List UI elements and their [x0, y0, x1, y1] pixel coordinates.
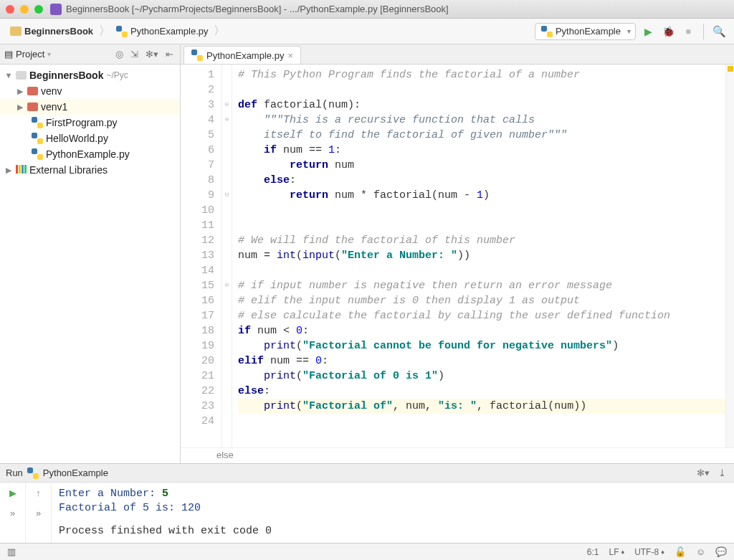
pycharm-icon	[50, 4, 62, 15]
chevron-right-icon[interactable]: ▶	[4, 166, 13, 175]
error-stripe[interactable]	[725, 65, 734, 447]
titlebar: BeginnersBook [~/PycharmProjects/Beginne…	[0, 0, 734, 19]
tree-item-label: HelloWorld.py	[46, 133, 108, 144]
tree-external-libraries[interactable]: ▶ External Libraries	[0, 162, 180, 178]
console-output[interactable]: Enter a Number: 5 Factorial of 5 is: 120…	[52, 483, 734, 543]
target-icon[interactable]: ◎	[113, 49, 125, 60]
minimize-icon[interactable]	[20, 5, 29, 14]
stop-icon: ■	[685, 27, 690, 37]
python-icon	[32, 148, 43, 160]
breadcrumb-file-label: PythonExample.py	[130, 26, 208, 37]
close-icon[interactable]	[6, 5, 14, 14]
tree-item-label: External Libraries	[29, 164, 108, 176]
more-button[interactable]: »	[0, 503, 25, 523]
hide-icon[interactable]: ⇤	[163, 49, 176, 60]
chevron-icon: »	[10, 508, 15, 518]
chevron-right-icon[interactable]: ▶	[16, 103, 24, 112]
warning-marker-icon[interactable]	[728, 66, 733, 72]
tree-file-helloworld[interactable]: HelloWorld.py	[0, 130, 180, 146]
search-everywhere-button[interactable]: 🔍	[711, 24, 727, 39]
maximize-icon[interactable]	[34, 5, 43, 14]
rerun-button[interactable]: ▶	[0, 483, 25, 503]
breadcrumb-project-label: BeginnersBook	[24, 26, 93, 37]
events-icon[interactable]: 💬	[715, 546, 727, 557]
breadcrumb-project[interactable]: BeginnersBook	[7, 24, 96, 38]
editor-tabs: PythonExample.py ×	[181, 44, 734, 65]
tree-dir-venv1[interactable]: ▶ venv1	[0, 99, 180, 115]
tree-root-path: ~/Pyc	[106, 70, 128, 80]
file-encoding[interactable]: UTF-8♦	[634, 547, 664, 557]
breadcrumb: BeginnersBook 〉 PythonExample.py 〉	[7, 24, 530, 39]
run-config-selector[interactable]: PythonExample	[535, 23, 636, 40]
line-gutter[interactable]: 123456789101112131415161718192021222324	[181, 65, 222, 447]
tree-root-label: BeginnersBook	[29, 70, 103, 81]
python-icon	[32, 133, 43, 144]
module-icon	[16, 71, 27, 80]
lock-icon[interactable]: 🔓	[675, 546, 686, 557]
run-button[interactable]: ▶	[640, 24, 656, 39]
console-line: Enter a Number: 5	[59, 487, 727, 501]
editor: PythonExample.py × 123456789101112131415…	[181, 44, 734, 463]
run-config-name: PythonExample	[43, 468, 108, 478]
project-tree[interactable]: ▼ BeginnersBook ~/Pyc ▶ venv ▶ venv1 Fir…	[0, 65, 180, 181]
editor-tab-label: PythonExample.py	[206, 50, 284, 61]
tree-item-label: venv1	[41, 101, 67, 113]
tree-item-label: FirstProgram.py	[46, 117, 118, 128]
gear-icon[interactable]: ✻▾	[695, 468, 712, 478]
stop-button[interactable]: ■	[680, 24, 696, 39]
folder-icon	[27, 103, 38, 111]
more-button[interactable]: »	[26, 503, 51, 523]
line-separator[interactable]: LF♦	[609, 547, 625, 557]
debug-button[interactable]: 🐞	[660, 24, 676, 39]
inspector-icon[interactable]: ☺	[696, 546, 705, 557]
tree-item-label: venv	[41, 85, 62, 97]
run-tool-window: Run PythonExample ✻▾ ⤓ ▶ » ↑ » Enter a N…	[0, 463, 734, 543]
play-icon: ▶	[644, 26, 652, 37]
tree-file-pythonexample[interactable]: PythonExample.py	[0, 146, 180, 162]
python-icon	[32, 117, 43, 128]
arrow-up-icon: ↑	[36, 488, 41, 498]
editor-breadcrumb[interactable]: else	[181, 447, 734, 463]
run-config-label: PythonExample	[556, 26, 621, 37]
console-line: Factorial of 5 is: 120	[59, 501, 727, 516]
layout-icon[interactable]: ▥	[7, 546, 16, 557]
window-title: BeginnersBook [~/PycharmProjects/Beginne…	[66, 4, 449, 14]
editor-tab-pythonexample[interactable]: PythonExample.py ×	[184, 46, 301, 64]
project-title: Project	[16, 49, 44, 60]
chevron-down-icon[interactable]: ▼	[4, 71, 13, 80]
project-icon: ▤	[4, 49, 13, 60]
tree-dir-venv[interactable]: ▶ venv	[0, 83, 180, 99]
breadcrumb-file[interactable]: PythonExample.py	[113, 24, 211, 39]
separator	[703, 24, 704, 39]
run-toolbar-left2: ↑ »	[26, 483, 52, 543]
collapse-icon[interactable]: ⇲	[128, 49, 140, 60]
up-button[interactable]: ↑	[26, 483, 51, 503]
chevron-right-icon: 〉	[214, 24, 225, 39]
python-icon	[116, 26, 128, 37]
project-tool-window: ▤ Project▾ ◎ ⇲ ✻▾ ⇤ ▼ BeginnersBook ~/Py…	[0, 44, 181, 463]
chevron-right-icon[interactable]: ▶	[16, 87, 24, 96]
folder-icon	[10, 27, 22, 36]
navigation-bar: BeginnersBook 〉 PythonExample.py 〉 Pytho…	[0, 19, 734, 44]
code-editor[interactable]: 123456789101112131415161718192021222324 …	[181, 65, 734, 447]
libraries-icon	[16, 164, 27, 176]
search-icon: 🔍	[712, 25, 726, 38]
folder-icon	[27, 87, 38, 95]
tree-item-label: PythonExample.py	[46, 148, 130, 160]
cursor-position[interactable]: 6:1	[587, 547, 599, 557]
export-icon[interactable]: ⤓	[716, 468, 728, 478]
run-header: Run PythonExample ✻▾ ⤓	[0, 464, 734, 483]
close-icon[interactable]: ×	[287, 50, 293, 61]
python-icon	[27, 468, 39, 479]
run-title: Run	[6, 468, 23, 478]
gear-icon[interactable]: ✻▾	[143, 49, 161, 60]
tree-project-root[interactable]: ▼ BeginnersBook ~/Pyc	[0, 67, 180, 83]
play-icon: ▶	[9, 488, 16, 498]
editor-breadcrumb-label: else	[216, 450, 234, 460]
code-content[interactable]: # This Python Program finds the factoria…	[232, 65, 725, 447]
bug-icon: 🐞	[662, 26, 675, 37]
window-controls	[6, 5, 43, 14]
fold-gutter[interactable]: ⊖⊖⊟⊖	[222, 65, 232, 447]
chevron-right-icon: 〉	[99, 24, 110, 39]
tree-file-firstprogram[interactable]: FirstProgram.py	[0, 115, 180, 130]
